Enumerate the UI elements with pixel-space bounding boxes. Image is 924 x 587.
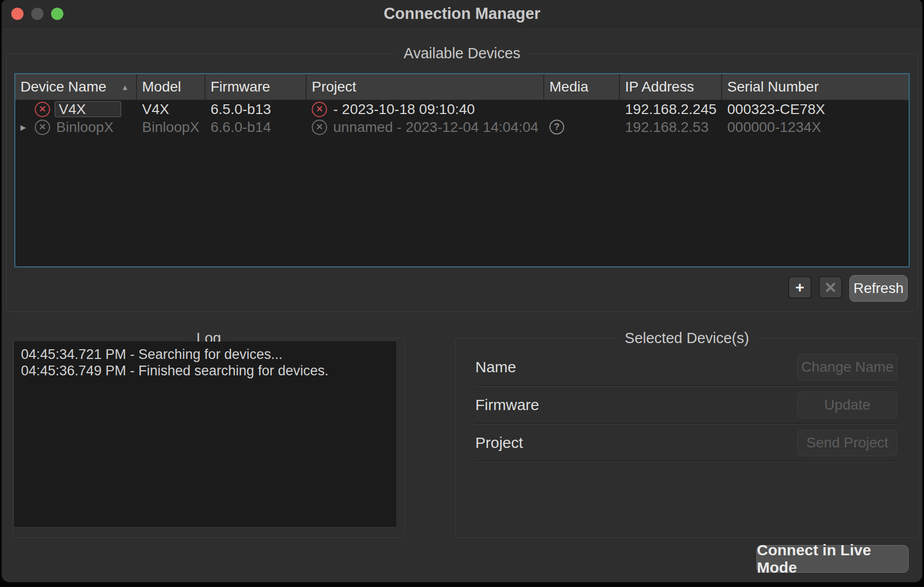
device-name-edit-field[interactable]: V4X (55, 101, 121, 117)
media-unknown-icon: ? (549, 120, 564, 134)
device-name-cell: ✕ V4X (15, 101, 137, 117)
separator (475, 385, 898, 387)
change-name-button[interactable]: Change Name (797, 354, 897, 380)
device-name-text: BinloopX (56, 119, 113, 136)
model-cell: V4X (137, 101, 205, 118)
firmware-cell: 6.6.0-b14 (205, 119, 307, 136)
connect-in-live-mode-button[interactable]: Connect in Live Mode (756, 545, 909, 573)
log-line: 04:45:36.749 PM - Finished searching for… (21, 363, 389, 379)
project-status-icon: ✕ (312, 120, 327, 135)
device-name-cell: ▶ ✕ BinloopX (15, 119, 137, 136)
separator (475, 461, 898, 462)
project-cell: ✕ - 2023-10-18 09:10:40 (307, 101, 544, 118)
refresh-button[interactable]: Refresh (849, 275, 908, 302)
sort-ascending-icon: ▲ (121, 83, 129, 92)
device-row-v4x[interactable]: ✕ V4X V4X 6.5.0-b13 ✕ - 2023-10-18 09:10… (15, 100, 909, 118)
selected-project-label: Project (475, 430, 523, 456)
project-error-icon: ✕ (312, 102, 327, 117)
available-devices-legend: Available Devices (396, 45, 528, 62)
screen: Connection Manager Available Devices Dev… (0, 0, 924, 587)
model-cell: BinloopX (137, 119, 205, 136)
media-cell: ? (544, 120, 620, 134)
column-header-model[interactable]: Model (137, 74, 205, 100)
disconnected-status-icon: ✕ (35, 102, 50, 117)
project-text: - 2023-10-18 09:10:40 (333, 101, 475, 118)
add-device-button[interactable]: + (788, 276, 812, 299)
device-row-binloopx[interactable]: ▶ ✕ BinloopX BinloopX 6.6.0-b14 ✕ unname… (15, 118, 909, 136)
column-header-ip-address[interactable]: IP Address (620, 74, 722, 100)
disconnected-status-icon: ✕ (35, 120, 50, 135)
title-bar: Connection Manager (2, 0, 922, 27)
ip-address-cell: 192.168.2.53 (620, 119, 722, 136)
selected-devices-legend: Selected Device(s) (616, 330, 757, 347)
firmware-cell: 6.5.0-b13 (205, 101, 307, 118)
column-header-project[interactable]: Project (307, 74, 544, 100)
column-header-serial-number[interactable]: Serial Number (722, 74, 909, 100)
devices-table[interactable]: Device Name ▲ Model Firmware Project Med… (14, 73, 910, 267)
window-title: Connection Manager (2, 0, 922, 27)
expand-row-icon[interactable]: ▶ (17, 123, 35, 131)
selected-firmware-label: Firmware (475, 392, 539, 418)
separator (475, 423, 898, 424)
log-output[interactable]: 04:45:34.721 PM - Searching for devices.… (14, 342, 396, 527)
project-text: unnamed - 2023-12-04 14:04:04 (333, 119, 539, 136)
column-header-firmware[interactable]: Firmware (205, 74, 307, 100)
column-header-media[interactable]: Media (544, 74, 620, 100)
column-header-label: Device Name (20, 79, 106, 95)
selected-name-label: Name (475, 354, 516, 380)
update-firmware-button[interactable]: Update (797, 392, 897, 418)
column-header-device-name[interactable]: Device Name ▲ (15, 74, 137, 100)
devices-table-header: Device Name ▲ Model Firmware Project Med… (15, 74, 909, 100)
remove-device-button[interactable]: ✕ (819, 276, 842, 299)
connection-manager-window: Connection Manager Available Devices Dev… (2, 0, 922, 582)
send-project-button[interactable]: Send Project (797, 430, 897, 456)
serial-number-cell: 000000-1234X (722, 119, 909, 136)
log-line: 04:45:34.721 PM - Searching for devices.… (21, 346, 389, 363)
ip-address-cell: 192.168.2.245 (620, 101, 722, 118)
project-cell: ✕ unnamed - 2023-12-04 14:04:04 (307, 119, 544, 136)
serial-number-cell: 000323-CE78X (722, 101, 909, 118)
